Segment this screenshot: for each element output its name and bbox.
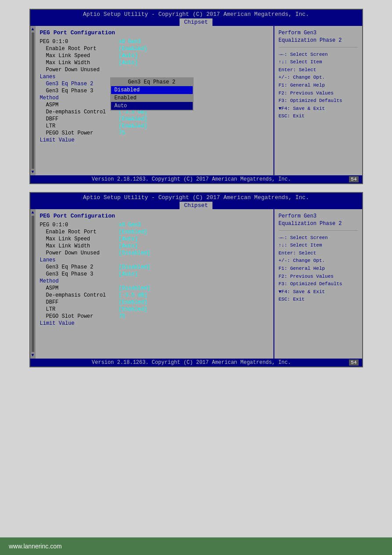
hint-esc-1: ESC: Exit (279, 112, 358, 120)
method-label-1: Method (40, 95, 119, 101)
website-url: www.lannerinc.com (9, 543, 62, 550)
section-title-2: PEG Port Configuration (40, 213, 269, 219)
scrollbar-1[interactable]: ▲ ▼ (30, 26, 36, 175)
row-label-s1-2: Max Link Width (40, 60, 119, 66)
hint-esc-2: ESC: Exit (279, 296, 358, 304)
ltr-value-2: [Enabled] (119, 306, 147, 312)
bios-footer-2: Version 2.18.1263. Copyright (C) 2017 Am… (30, 359, 362, 366)
dbff-label-2: DBFF (40, 299, 119, 305)
hint-enter-2: Enter: Select (279, 250, 358, 258)
bios-content-1: ▲ ▼ PEG Port Configuration PEG 0:1:0 x8 … (30, 26, 362, 175)
active-tab-2[interactable]: Chipset (180, 202, 212, 209)
row-label-s1-0: Enable Root Port (40, 46, 119, 52)
tab-bar-2: Chipset (30, 202, 362, 209)
aspm-value-2: [Disabled] (119, 285, 151, 291)
row-s2-2[interactable]: Max Link Width [Auto] (40, 243, 269, 249)
row-value-s2-3: [Disabled] (119, 250, 151, 256)
bios-content-2: ▲ ▼ PEG Port Configuration PEG 0:1:0 x8 … (30, 209, 362, 359)
pego-label-1: PEGO Slot Power (40, 130, 119, 136)
hint-f3-2: F3: Optimized Defaults (279, 280, 358, 288)
pego-label-2: PEGO Slot Power (40, 313, 119, 319)
dbff-label-1: DBFF (40, 116, 119, 122)
bios-screen-2: Aptio Setup Utility - Copyright (C) 2017… (29, 192, 363, 367)
hint-updown-2: ↑↓: Select Item (279, 242, 358, 250)
popup-option-disabled-1[interactable]: Disabled (111, 86, 193, 94)
row-label-s2-0: Enable Root Port (40, 229, 119, 235)
method-row-2: Method (40, 278, 269, 284)
bios-right-panel-2: Perform Gen3 Equalization Phase 2 →←: Se… (274, 209, 362, 359)
bios-left-panel-2: PEG Port Configuration PEG 0:1:0 x8 Gen3… (36, 209, 274, 359)
scroll-down-arrow-1[interactable]: ▼ (31, 170, 34, 174)
popup-option-enabled-1[interactable]: Enabled (111, 94, 193, 102)
row-value-s2-1: [Auto] (119, 236, 138, 242)
peg-label-2: PEG 0:1:0 (40, 222, 119, 228)
pego-value-2: 75 (119, 313, 125, 319)
hint-arrows-1: →←: Select Screen (279, 51, 358, 59)
peg-value-1: x8 Gen3 (119, 39, 141, 45)
ltr-row-1[interactable]: LTR [Enabled] (40, 123, 269, 129)
gen3-phase2-row-2[interactable]: Gen3 Eq Phase 2 [Disabled] (40, 264, 269, 270)
scrollbar-2[interactable]: ▲ ▼ (30, 209, 36, 359)
limit-row-1: Limit Value (40, 137, 269, 143)
website-bar: www.lannerinc.com (0, 537, 392, 555)
row-value-s2-2: [Auto] (119, 243, 138, 249)
hint-f4-2: ▼F4: Save & Exit (279, 288, 358, 296)
dbff-row-1[interactable]: DBFF [Enabled] (40, 116, 269, 122)
popup-title-1: Gen3 Eq Phase 2 (111, 78, 193, 86)
ltr-label-2: LTR (40, 306, 119, 312)
row-value-s1-2: [Auto] (119, 60, 138, 66)
aspm-label-1: ASPM (40, 102, 119, 108)
hint-f4-1: ▼F4: Save & Exit (279, 105, 358, 113)
dbff-value-1: [Enabled] (119, 116, 147, 122)
row-label-s2-2: Max Link Width (40, 243, 119, 249)
pego-row-2[interactable]: PEGO Slot Power 75 (40, 313, 269, 319)
popup-option-auto-1[interactable]: Auto (111, 102, 193, 110)
header-title-1: Aptio Setup Utility - Copyright (C) 2017… (30, 11, 362, 18)
deemphasis-label-1: De-emphasis Control (40, 109, 119, 115)
scroll-up-arrow-2[interactable]: ▲ (31, 210, 34, 215)
ltr-row-2[interactable]: LTR [Enabled] (40, 306, 269, 312)
pego-row-1[interactable]: PEGO Slot Power 75 (40, 130, 269, 136)
row-s2-1[interactable]: Max Link Speed [Auto] (40, 236, 269, 242)
bios-right-panel-1: Perform Gen3 Equalization Phase 2 →←: Se… (274, 26, 362, 175)
bios-header-2: Aptio Setup Utility - Copyright (C) 2017… (30, 193, 362, 209)
footer-page-1: 54 (349, 176, 358, 182)
row-s2-3[interactable]: Power Down Unused [Disabled] (40, 250, 269, 256)
deemphasis-value-2: [-3.5 dB] (119, 292, 147, 298)
row-label-s2-1: Max Link Speed (40, 236, 119, 242)
hint-arrows-2: →←: Select Screen (279, 234, 358, 242)
row-s1-3[interactable]: Power Down Unused (40, 67, 269, 73)
limit-row-2: Limit Value (40, 320, 269, 326)
phase2-dropdown-1[interactable]: Gen3 Eq Phase 2 Disabled Enabled Auto (110, 77, 194, 111)
gen3-phase3-value-2: [Auto] (119, 271, 138, 277)
key-hints-2: →←: Select Screen ↑↓: Select Item Enter:… (279, 234, 358, 304)
peg-row-1: PEG 0:1:0 x8 Gen3 (40, 39, 269, 45)
row-s2-0[interactable]: Enable Root Port [Enabled] (40, 229, 269, 235)
gen3-phase2-row-1[interactable]: Gen3 Eq Phase 2 Gen3 Eq Phase 2 Disabled… (40, 81, 269, 87)
active-tab-1[interactable]: Chipset (180, 18, 212, 26)
hint-enter-1: Enter: Select (279, 66, 358, 74)
key-hints-1: →←: Select Screen ↑↓: Select Item Enter:… (279, 51, 358, 120)
deemphasis-row-2[interactable]: De-emphasis Control [-3.5 dB] (40, 292, 269, 298)
scroll-down-arrow-2[interactable]: ▼ (31, 353, 34, 358)
lanes-label-2: Lanes (40, 257, 119, 263)
aspm-label-2: ASPM (40, 285, 119, 291)
footer-page-2: 54 (349, 359, 358, 366)
row-s1-0[interactable]: Enable Root Port [Enabled] (40, 46, 269, 52)
right-desc-2: Perform Gen3 Equalization Phase 2 (279, 213, 358, 228)
aspm-row-2[interactable]: ASPM [Disabled] (40, 285, 269, 291)
hint-f2-2: F2: Previous Values (279, 273, 358, 281)
row-s1-2[interactable]: Max Link Width [Auto] (40, 60, 269, 66)
right-desc-line2-1: Equalization Phase 2 (279, 37, 358, 44)
section-title-1: PEG Port Configuration (40, 29, 269, 36)
gen3-phase3-row-2[interactable]: Gen3 Eq Phase 3 [Auto] (40, 271, 269, 277)
hint-plusminus-2: +/-: Change Opt. (279, 257, 358, 265)
hint-updown-1: ↑↓: Select Item (279, 58, 358, 66)
ltr-label-1: LTR (40, 123, 119, 129)
scroll-up-arrow-1[interactable]: ▲ (31, 27, 34, 32)
dbff-row-2[interactable]: DBFF [Enabled] (40, 299, 269, 305)
limit-label-1: Limit Value (40, 137, 119, 143)
right-desc-line2-2: Equalization Phase 2 (279, 220, 358, 228)
row-label-s2-3: Power Down Unused (40, 250, 119, 256)
row-s1-1[interactable]: Max Link Speed [Auto] (40, 53, 269, 59)
